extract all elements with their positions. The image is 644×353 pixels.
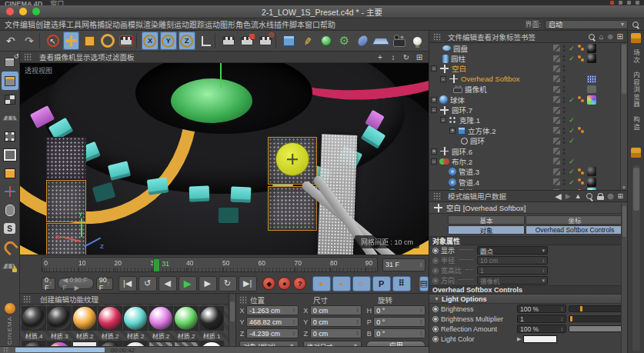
- parameter-key-toggle[interactable]: P: [372, 276, 391, 291]
- search-icon[interactable]: [586, 192, 593, 200]
- layer-toggle-icon[interactable]: [553, 75, 560, 82]
- material-tag-icon[interactable]: [587, 95, 596, 105]
- object-menu-item[interactable]: 文件: [448, 33, 462, 42]
- material-thumbnail[interactable]: 材质.2: [148, 306, 173, 340]
- workplane-lock-button[interactable]: [2, 256, 18, 275]
- environment-button[interactable]: [372, 32, 389, 50]
- toolbar-separator[interactable]: [275, 33, 279, 48]
- side-tab[interactable]: 场次: [632, 49, 641, 64]
- visibility-dots-icon[interactable]: [562, 96, 566, 104]
- viewport-menu-item[interactable]: 面板: [120, 53, 135, 62]
- size-field[interactable]: 0 cm↕: [310, 328, 362, 338]
- enabled-check-icon[interactable]: ✓: [568, 55, 576, 62]
- menu-item[interactable]: 渲染: [143, 21, 158, 29]
- stepper-icon[interactable]: ↕: [107, 280, 110, 287]
- enabled-check-icon[interactable]: ✓: [568, 168, 576, 175]
- value-field[interactable]: 100 %↕: [517, 325, 566, 333]
- layer-toggle-icon[interactable]: [553, 189, 560, 190]
- object-name[interactable]: 球体: [450, 95, 465, 105]
- texture-tag-icon[interactable]: [578, 178, 585, 185]
- object-tree-row[interactable]: - 空白: [429, 64, 627, 74]
- interface-dropdown[interactable]: 启动▾: [545, 20, 628, 29]
- range-start-field[interactable]: 0 F↕: [42, 278, 55, 290]
- object-name[interactable]: 摄像机: [465, 84, 487, 95]
- expand-triangle-icon[interactable]: ▶: [517, 336, 521, 342]
- visibility-dots-icon[interactable]: [562, 127, 566, 135]
- rotation-key-toggle[interactable]: ○: [352, 276, 371, 291]
- redo-button[interactable]: [21, 32, 38, 50]
- value-slider[interactable]: [569, 325, 622, 332]
- make-editable-button[interactable]: [2, 53, 18, 72]
- light-button[interactable]: [409, 32, 426, 50]
- enabled-check-icon[interactable]: ✓: [568, 188, 576, 190]
- object-tree-row[interactable]: - 布尔.2 ✓: [429, 156, 627, 166]
- panel-handle-icon[interactable]: [24, 53, 32, 61]
- animation-dot-icon[interactable]: [432, 306, 439, 312]
- render-picture-viewer-button[interactable]: [239, 32, 255, 50]
- rotation-field[interactable]: 0 °↕: [373, 328, 425, 338]
- object-name[interactable]: 管道.3: [459, 166, 479, 177]
- path-icon[interactable]: ◎: [608, 33, 613, 40]
- stepper-icon[interactable]: ↕: [355, 307, 359, 314]
- expand-toggle[interactable]: +: [431, 97, 437, 103]
- model-mode-button[interactable]: [2, 72, 18, 90]
- attribute-value-field[interactable]: 10 cm↕: [477, 256, 548, 265]
- value-field[interactable]: 100 %↕: [517, 305, 566, 313]
- attribute-value-field[interactable]: 圆点▾: [477, 246, 548, 255]
- material-thumbnail[interactable]: [98, 341, 122, 346]
- object-manager-scrollbar[interactable]: [620, 43, 627, 190]
- position-field[interactable]: -4.239 cm↕: [246, 328, 299, 338]
- object-menu-item[interactable]: 编辑: [462, 33, 477, 42]
- last-tool-button[interactable]: [118, 32, 135, 50]
- object-tree-row[interactable]: - 圆环.7: [429, 105, 627, 115]
- stepper-icon[interactable]: ↕: [561, 326, 564, 331]
- next-frame-button[interactable]: ▶: [199, 276, 217, 291]
- layers-tab-icon[interactable]: [631, 148, 641, 158]
- attribute-value-field[interactable]: 摄像机▾: [477, 276, 548, 285]
- material-tag-icon[interactable]: [587, 188, 596, 190]
- object-name[interactable]: 布尔.2: [452, 156, 472, 167]
- light-handle-icon[interactable]: [275, 142, 309, 176]
- stepper-icon[interactable]: ↕: [419, 307, 422, 314]
- attribute-value-field[interactable]: 1↕: [477, 266, 548, 275]
- material-thumbnail[interactable]: 材质.2: [174, 306, 199, 340]
- toolbar-separator[interactable]: [215, 33, 219, 48]
- visibility-dots-icon[interactable]: [562, 168, 566, 175]
- zoom-view-button[interactable]: ↕: [388, 52, 399, 62]
- light-options-header[interactable]: ▼Light Options: [429, 295, 627, 304]
- previous-frame-button[interactable]: ◀: [158, 276, 177, 291]
- menu-item[interactable]: 角色: [235, 21, 251, 29]
- parent-icon[interactable]: ▲: [575, 192, 582, 200]
- object-menu-item[interactable]: 书签: [521, 33, 536, 42]
- subdivision-surface-button[interactable]: [318, 32, 335, 50]
- texture-swatch[interactable]: [46, 137, 86, 179]
- layer-toggle-icon[interactable]: [553, 148, 560, 155]
- tab-softbox-controls[interactable]: Overhead Softbox Controls: [526, 225, 624, 235]
- control-glyph-icon[interactable]: ↕: [542, 268, 546, 273]
- scale-tool-button[interactable]: [81, 32, 98, 50]
- history-forward-icon[interactable]: ▶: [566, 192, 571, 200]
- enable-axis-button[interactable]: [2, 182, 18, 201]
- visibility-dots-icon[interactable]: [562, 65, 566, 72]
- scale-key-toggle[interactable]: ▪: [332, 276, 351, 291]
- layer-toggle-icon[interactable]: [553, 168, 560, 175]
- object-tree-row[interactable]: 管道.3 ✓: [429, 167, 627, 177]
- object-name[interactable]: 圆环.7: [452, 105, 472, 115]
- object-tree-row[interactable]: 圆环 ✓: [429, 136, 627, 146]
- texture-tag-icon[interactable]: [578, 189, 585, 190]
- layer-toggle-icon[interactable]: [553, 178, 560, 185]
- pla-key-toggle[interactable]: ⠿: [392, 276, 411, 291]
- object-name[interactable]: 圆环: [470, 135, 485, 146]
- add-panel-icon[interactable]: ⊞: [617, 32, 623, 41]
- toolbar-separator[interactable]: [136, 33, 140, 48]
- tab-coordinates[interactable]: 坐标: [526, 215, 624, 225]
- rotation-field[interactable]: 0 °↕: [373, 305, 425, 315]
- object-tree-row[interactable]: - Overhead Softbox: [429, 74, 627, 84]
- animation-dot-icon[interactable]: [432, 278, 439, 284]
- layer-toggle-icon[interactable]: [553, 127, 560, 134]
- toolbar-separator[interactable]: [39, 33, 43, 48]
- visibility-dots-icon[interactable]: [562, 45, 566, 52]
- layer-toggle-icon[interactable]: [553, 45, 560, 52]
- render-view-button[interactable]: [220, 32, 237, 50]
- light-handle-swatch[interactable]: [268, 137, 317, 185]
